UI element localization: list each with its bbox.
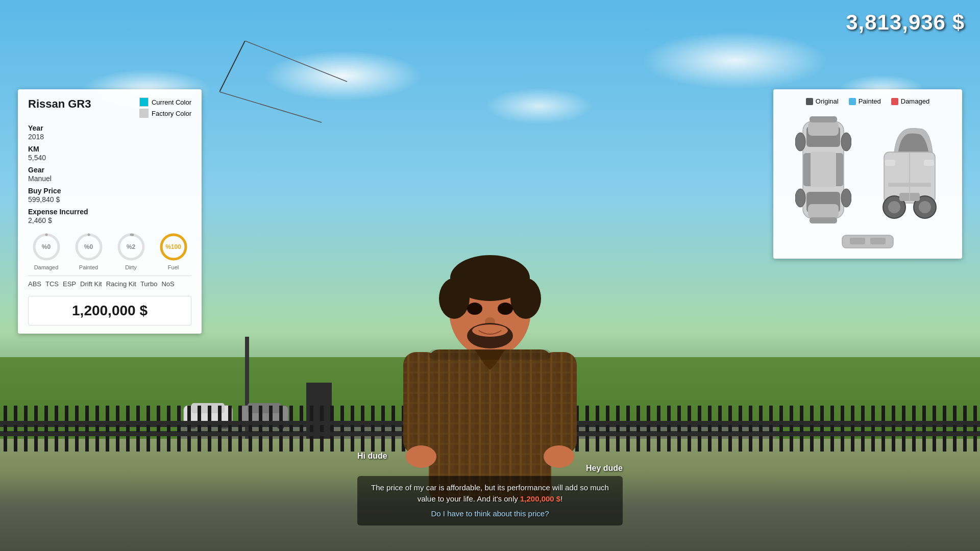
car-info-panel: Rissan GR3 Current Color Factory Color Y… <box>18 89 202 334</box>
svg-point-55 <box>841 133 851 151</box>
expense-row: Expense Incurred 2,460 $ <box>28 208 191 224</box>
svg-point-27 <box>467 303 482 315</box>
upgrade-badge: NoS <box>161 280 174 288</box>
svg-point-31 <box>472 324 508 337</box>
svg-rect-70 <box>888 183 931 187</box>
svg-rect-58 <box>811 152 836 187</box>
svg-rect-67 <box>924 160 934 166</box>
upgrade-badge: Turbo <box>140 280 157 288</box>
upgrade-badge: Drift Kit <box>80 280 102 288</box>
svg-rect-59 <box>810 116 837 122</box>
gear-row: Gear Manuel <box>28 166 191 183</box>
rear-bumper-row <box>781 233 954 251</box>
svg-rect-38 <box>429 349 551 360</box>
svg-line-16 <box>245 41 347 82</box>
upgrade-badge: Racing Kit <box>106 280 136 288</box>
dialogue-exclaim: ! <box>560 494 562 503</box>
gear-value: Manuel <box>28 174 191 183</box>
year-value: 2018 <box>28 133 191 141</box>
condition-item: %0 Painted <box>74 232 104 270</box>
legend-item: Damaged <box>891 97 929 105</box>
upgrade-badge: ABS <box>28 280 41 288</box>
km-label: KM <box>28 145 191 153</box>
condition-circle: %0 <box>74 232 104 262</box>
svg-point-54 <box>795 133 805 151</box>
condition-circle: %2 <box>116 232 146 262</box>
svg-rect-51 <box>808 204 839 218</box>
condition-label: Dirty <box>125 264 137 270</box>
svg-rect-73 <box>870 238 886 244</box>
condition-item: %100 Fuel <box>158 232 189 270</box>
car-name: Rissan GR3 <box>28 97 91 111</box>
buy-price-row: Buy Price 599,840 $ <box>28 187 191 204</box>
dialogue-price-highlight: 1,200,000 $ <box>520 494 560 503</box>
legend-item: Original <box>806 97 839 105</box>
condition-circle: %100 <box>158 232 189 262</box>
svg-rect-66 <box>885 160 895 166</box>
buy-price-label: Buy Price <box>28 187 191 195</box>
svg-rect-60 <box>810 217 837 223</box>
legend-label: Painted <box>859 97 881 105</box>
gear-label: Gear <box>28 166 191 174</box>
dialogue-box: Hi dude Hey dude The price of my car is … <box>357 452 623 526</box>
condition-row: %0 Damaged %0 Painted %2 Dirty %100 Fuel <box>28 232 191 270</box>
svg-rect-50 <box>808 121 839 136</box>
dialogue-speaker-right: Hey dude <box>357 464 623 473</box>
legend-dot <box>891 98 898 105</box>
svg-rect-33 <box>403 352 439 454</box>
condition-circle: %0 <box>31 232 62 262</box>
condition-label: Fuel <box>168 264 179 270</box>
km-row: KM 5,540 <box>28 145 191 162</box>
km-value: 5,540 <box>28 154 191 162</box>
condition-label: Damaged <box>34 264 59 270</box>
condition-item: %2 Dirty <box>116 232 146 270</box>
svg-point-57 <box>841 189 851 207</box>
upgrade-badge: ESP <box>63 280 76 288</box>
upgrades-row: ABSTCSESPDrift KitRacing KitTurboNoS <box>28 276 191 292</box>
condition-item: %0 Damaged <box>31 232 62 270</box>
svg-rect-72 <box>850 238 865 244</box>
diagram-legend: Original Painted Damaged <box>781 97 954 105</box>
year-label: Year <box>28 124 191 132</box>
sale-price-display: 1,200,000 $ <box>28 296 191 325</box>
current-color-label: Current Color <box>152 98 191 106</box>
car-front-view <box>879 111 940 229</box>
power-lines <box>219 41 373 143</box>
factory-color-item: Factory Color <box>139 109 191 118</box>
legend-dot <box>849 98 856 105</box>
legend-label: Original <box>816 97 839 105</box>
svg-point-65 <box>919 201 931 213</box>
expense-value: 2,460 $ <box>28 216 191 224</box>
hud-money: 3,813,936 $ <box>846 10 965 35</box>
color-legend: Current Color Factory Color <box>139 97 191 118</box>
dialogue-main-text: The price of my car is affordable, but i… <box>371 483 609 504</box>
rear-bumper-view <box>835 233 901 251</box>
legend-dot <box>806 98 813 105</box>
buy-price-value: 599,840 $ <box>28 195 191 204</box>
svg-point-63 <box>888 201 900 213</box>
dialogue-text: The price of my car is affordable, but i… <box>357 476 623 526</box>
svg-rect-34 <box>541 352 577 454</box>
svg-point-56 <box>795 189 805 207</box>
current-color-item: Current Color <box>139 97 191 107</box>
svg-line-15 <box>219 92 322 122</box>
current-color-swatch <box>139 97 149 107</box>
factory-color-label: Factory Color <box>152 110 191 117</box>
money-value: 3,813,936 $ <box>846 10 965 34</box>
legend-label: Damaged <box>901 97 929 105</box>
upgrade-badge: TCS <box>45 280 59 288</box>
car-diagram-container <box>781 111 954 229</box>
dialogue-speaker-left: Hi dude <box>357 452 623 461</box>
car-top-view <box>795 111 851 229</box>
car-diagram-panel: Original Painted Damaged <box>773 89 962 259</box>
condition-label: Painted <box>79 264 98 270</box>
panel-header: Rissan GR3 Current Color Factory Color <box>28 97 191 118</box>
factory-color-swatch <box>139 109 149 118</box>
expense-label: Expense Incurred <box>28 208 191 216</box>
svg-line-14 <box>219 41 245 92</box>
svg-point-25 <box>439 278 470 319</box>
legend-item: Painted <box>849 97 881 105</box>
year-row: Year 2018 <box>28 124 191 141</box>
svg-point-28 <box>498 303 513 315</box>
svg-point-26 <box>510 278 541 319</box>
